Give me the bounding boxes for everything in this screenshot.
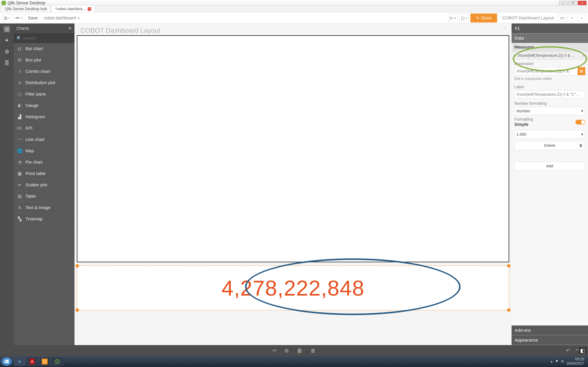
assets-search[interactable]: 🔍 (14, 33, 75, 43)
next-sheet-button[interactable]: › (577, 14, 586, 22)
chart-item-label: Text & image (26, 205, 50, 210)
fx-button[interactable]: fx (578, 67, 585, 75)
chart-item-table[interactable]: ▤Table (14, 191, 75, 202)
chart-item-text-image[interactable]: AText & image (14, 202, 75, 213)
undo-icon[interactable]: ↶ (566, 348, 570, 354)
chart-item-kpi[interactable]: #1KPI (14, 123, 75, 134)
chart-item-bar-chart[interactable]: ⫿⫿Bar chart (14, 43, 75, 54)
expression-input[interactable] (514, 67, 578, 75)
save-button[interactable]: Save (25, 14, 40, 22)
box-plot-icon: ⊟ (17, 58, 22, 63)
tray-date: 28/09/2017 (566, 361, 584, 366)
measure-item[interactable]: ▾ //num(left(Temperature,2)) // & ... ≡ (511, 51, 588, 59)
text-image-icon: A (17, 205, 22, 210)
search-icon: 🔍 (16, 36, 21, 41)
master-items-rail-icon[interactable]: ⚙ (3, 48, 10, 55)
chart-item-pivot-table[interactable]: ▦Pivot table (14, 168, 75, 179)
tray-clock[interactable]: 09:23 28/09/2017 (566, 357, 584, 366)
sheet-list-button[interactable]: ▭ (558, 14, 566, 22)
chart-item-scatter-plot[interactable]: ••Scatter plot (14, 179, 75, 191)
formatting-toggle[interactable] (575, 120, 585, 125)
prev-sheet-button[interactable]: ‹ (568, 14, 576, 22)
view-menu-button[interactable]: ≔ ▾ (13, 14, 24, 22)
chart-item-treemap[interactable]: ▚Treemap (14, 213, 75, 225)
trash-icon: 🗑 (579, 143, 583, 148)
resize-handle-nw[interactable] (76, 264, 79, 267)
storytelling-button[interactable]: ▷ ▾ (448, 14, 458, 22)
custom-objects-rail-icon[interactable]: ✦ (3, 37, 10, 44)
cut-icon[interactable]: ✂ (273, 348, 277, 354)
global-menu-button[interactable]: ◎ ▾ (2, 14, 12, 22)
properties-body: Measures ▾ //num(left(Temperature,2)) //… (511, 43, 588, 325)
taskbar-ie[interactable]: e (14, 357, 26, 366)
chart-item-label: Table (26, 194, 36, 199)
taskbar-qlik[interactable]: Q (51, 357, 63, 366)
maximize-button[interactable]: ❐ (568, 1, 577, 5)
delete-icon[interactable]: 🗑 (311, 348, 316, 354)
expand-rail-icon[interactable]: ⤢ (3, 359, 7, 364)
chart-item-box-plot[interactable]: ⊟Box plot (14, 54, 75, 66)
chart-item-histogram[interactable]: ▟Histogram (14, 111, 75, 123)
expand-sheet-icon[interactable]: ⌃ (502, 26, 507, 33)
add-measure-button[interactable]: Add (514, 162, 585, 170)
gauge-icon: ◐ (17, 103, 22, 108)
chart-item-combo-chart[interactable]: ⫽Combo chart (14, 66, 75, 77)
pencil-icon: ✎ (476, 16, 479, 21)
document-tabbar: Qlik Sense Desktop hub *cobot dashboa...… (0, 6, 588, 13)
empty-visualization-placeholder[interactable] (77, 35, 509, 262)
close-window-button[interactable]: ✕ (578, 1, 587, 5)
measure-menu-icon[interactable]: ≡ (583, 53, 585, 58)
label-label: Label (514, 85, 585, 89)
chart-item-label: Combo chart (26, 69, 50, 74)
chart-item-label: Line chart (26, 137, 44, 142)
close-assets-icon[interactable]: ✕ (68, 26, 72, 31)
sheet-title-toolbar: COBOT Dashboard Layout (499, 16, 557, 21)
properties-header: #1 (511, 24, 588, 33)
chart-item-label: Bar chart (26, 46, 43, 51)
tab-hub[interactable]: Qlik Sense Desktop hub (1, 5, 51, 12)
app-icon (1, 1, 6, 5)
expression-hint[interactable]: Edit in expression editor (511, 76, 588, 83)
toggle-properties-icon[interactable]: ◧ (579, 347, 587, 354)
taskbar-adobe[interactable]: A (26, 357, 38, 366)
adobe-icon: A (30, 359, 35, 365)
section-appearance[interactable]: Appearance (511, 335, 588, 345)
tray-flag-icon[interactable]: ⚑ (555, 359, 558, 364)
search-input[interactable] (23, 36, 73, 41)
tab-cobot-dashboard[interactable]: *cobot dashboa... × (52, 5, 95, 12)
number-formatting-select[interactable]: Number ▾ (514, 107, 585, 115)
close-tab-icon[interactable]: × (88, 7, 91, 11)
kpi-object[interactable]: 4,278,222,848 (77, 265, 509, 310)
charts-rail-icon[interactable]: ▥ (3, 25, 10, 33)
sheet-title[interactable]: COBOT Dashboard Layout (80, 27, 160, 34)
tray-network-icon[interactable]: ⧉ (561, 359, 564, 364)
delete-measure-button[interactable]: Delete 🗑 (514, 141, 585, 150)
done-button[interactable]: ✎ Done (470, 14, 497, 23)
system-tray[interactable]: ▴ ⚑ ⧉ 09:23 28/09/2017 (551, 357, 587, 366)
chart-item-pie-chart[interactable]: ◔Pie chart (14, 157, 75, 168)
section-data[interactable]: Data (511, 33, 588, 43)
taskbar-outlook[interactable]: O (39, 357, 51, 366)
bookmark-button[interactable]: ◻ ▾ (459, 14, 469, 22)
format-pattern-select[interactable]: 1,000 ▾ (514, 130, 585, 138)
tray-chevron-icon[interactable]: ▴ (551, 359, 553, 364)
chart-item-label: Pie chart (26, 160, 43, 165)
label-input[interactable] (514, 91, 585, 99)
chart-item-filter-pane[interactable]: ▢Filter pane (14, 88, 75, 100)
sheet-grid-guides (77, 311, 509, 335)
paste-icon[interactable]: 📋 (296, 348, 303, 354)
chart-item-label: Scatter plot (26, 183, 47, 188)
sheet-canvas[interactable]: COBOT Dashboard Layout ⌃ 4,278,222,848 (75, 24, 511, 345)
section-addons[interactable]: Add-ons (511, 325, 588, 335)
chart-item-label: Treemap (26, 217, 43, 222)
chart-item-distribution-plot[interactable]: ፨Distribution plot (14, 77, 75, 88)
minimize-button[interactable]: — (559, 1, 568, 5)
chart-item-map[interactable]: 🌐Map (14, 145, 75, 157)
resize-handle-ne[interactable] (507, 264, 510, 267)
chart-item-line-chart[interactable]: 〰Line chart (14, 134, 75, 145)
fields-rail-icon[interactable]: 🗄 (3, 59, 10, 67)
chart-item-gauge[interactable]: ◐Gauge (14, 100, 75, 111)
copy-icon[interactable]: ⧉ (285, 348, 288, 354)
collapse-icon: ▾ (514, 53, 516, 58)
formatting-label: Formatting (514, 117, 533, 122)
